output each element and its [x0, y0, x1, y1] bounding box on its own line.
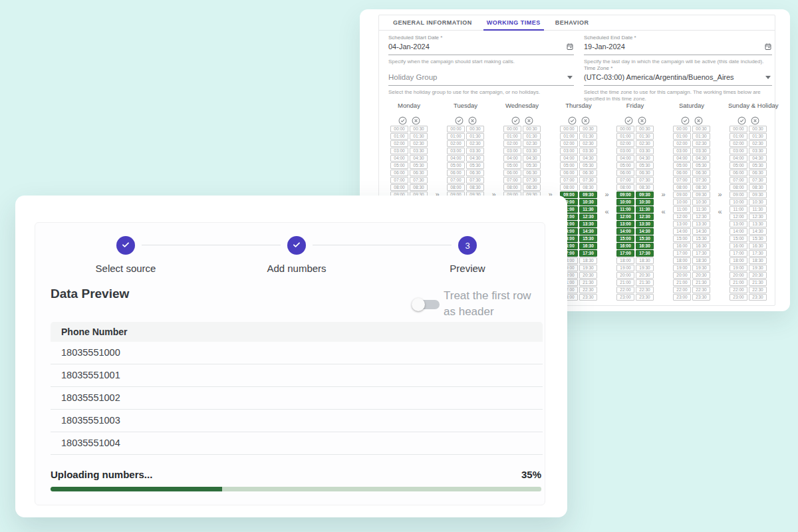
time-slot-cell[interactable]: 23:30: [692, 294, 710, 301]
time-slot-cell[interactable]: 11:30: [636, 206, 654, 213]
time-slot-cell[interactable]: 12:30: [579, 213, 597, 220]
time-slot-cell[interactable]: 00:00: [503, 126, 521, 132]
time-slot-cell[interactable]: 01:30: [692, 133, 710, 140]
time-slot-cell[interactable]: 20:00: [616, 272, 634, 279]
time-slot-cell[interactable]: 03:00: [616, 148, 634, 154]
time-slot-cell[interactable]: 15:30: [579, 235, 597, 242]
time-slot-cell[interactable]: 13:30: [749, 221, 767, 227]
time-slot-cell[interactable]: 03:30: [579, 148, 597, 154]
time-slot-cell[interactable]: 06:30: [579, 170, 597, 176]
time-slot-cell[interactable]: 19:30: [749, 265, 767, 271]
clear-day-icon[interactable]: [638, 116, 646, 125]
time-slot-cell[interactable]: 20:00: [673, 272, 691, 279]
time-slot-cell[interactable]: 01:30: [749, 133, 767, 140]
time-slot-cell[interactable]: 00:00: [730, 126, 747, 132]
time-slot-cell[interactable]: 08:00: [560, 184, 578, 191]
time-slot-cell[interactable]: 01:30: [636, 133, 654, 140]
time-slot-cell[interactable]: 23:30: [749, 294, 767, 301]
time-slot-cell[interactable]: 05:00: [616, 162, 634, 169]
time-slot-cell[interactable]: 22:00: [673, 287, 691, 293]
time-slot-cell[interactable]: 21:30: [636, 279, 654, 286]
time-slot-cell[interactable]: 03:30: [636, 148, 654, 154]
time-slot-cell[interactable]: 21:00: [616, 279, 634, 286]
time-slot-cell[interactable]: 02:30: [523, 140, 541, 147]
time-slot-cell[interactable]: 06:30: [749, 170, 767, 176]
time-slot-cell[interactable]: 02:00: [616, 140, 634, 147]
time-slot-cell[interactable]: 11:00: [616, 206, 634, 213]
time-slot-cell[interactable]: 20:30: [692, 272, 710, 279]
time-slot-cell[interactable]: 06:00: [447, 170, 465, 176]
time-slot-cell[interactable]: 13:00: [730, 221, 747, 227]
time-slot-cell[interactable]: 00:30: [410, 126, 428, 132]
time-slot-cell[interactable]: 14:00: [616, 228, 634, 235]
time-slot-cell[interactable]: 03:30: [692, 148, 710, 154]
time-slot-cell[interactable]: 01:00: [730, 133, 747, 140]
time-slot-cell[interactable]: 03:00: [447, 148, 465, 154]
time-slot-cell[interactable]: 21:30: [579, 279, 597, 286]
time-slot-cell[interactable]: 15:00: [673, 235, 691, 242]
time-slot-cell[interactable]: 04:00: [673, 155, 691, 162]
time-slot-cell[interactable]: 01:30: [579, 133, 597, 140]
time-slot-cell[interactable]: 02:00: [390, 140, 408, 147]
time-slot-cell[interactable]: 05:30: [636, 162, 654, 169]
time-slot-cell[interactable]: 22:30: [636, 287, 654, 293]
shift-right-paddle-icon[interactable]: »: [602, 190, 612, 198]
select-all-day-icon[interactable]: [737, 116, 746, 125]
step-circle-select-source[interactable]: [116, 236, 135, 255]
time-slot-cell[interactable]: 02:30: [636, 140, 654, 147]
time-slot-cell[interactable]: 15:30: [749, 235, 767, 242]
time-slot-cell[interactable]: 04:00: [616, 155, 634, 162]
time-slot-cell[interactable]: 08:30: [749, 184, 767, 191]
time-slot-cell[interactable]: 01:30: [410, 133, 428, 140]
time-slot-cell[interactable]: 11:30: [692, 206, 710, 213]
time-slot-cell[interactable]: 03:00: [560, 148, 578, 154]
time-slot-cell[interactable]: 13:00: [616, 221, 634, 227]
time-slot-cell[interactable]: 16:00: [730, 243, 747, 249]
time-slot-cell[interactable]: 06:00: [730, 170, 747, 176]
time-slot-cell[interactable]: 10:00: [616, 199, 634, 205]
time-slot-cell[interactable]: 16:30: [749, 243, 767, 249]
time-slot-cell[interactable]: 05:30: [692, 162, 710, 169]
time-slot-cell[interactable]: 12:30: [636, 213, 654, 220]
select-all-day-icon[interactable]: [455, 116, 464, 125]
time-slot-cell[interactable]: 12:30: [749, 213, 767, 220]
time-slot-cell[interactable]: 08:30: [466, 184, 484, 191]
time-slot-cell[interactable]: 06:00: [503, 170, 521, 176]
time-slot-cell[interactable]: 15:00: [730, 235, 747, 242]
time-slot-cell[interactable]: 07:30: [636, 177, 654, 184]
time-slot-cell[interactable]: 00:00: [447, 126, 465, 132]
time-slot-cell[interactable]: 18:00: [616, 257, 634, 264]
time-slot-cell[interactable]: 02:00: [560, 140, 578, 147]
time-slot-cell[interactable]: 19:00: [673, 265, 691, 271]
time-slot-cell[interactable]: 03:00: [503, 148, 521, 154]
time-slot-cell[interactable]: 09:00: [616, 192, 634, 198]
time-slot-cell[interactable]: 16:30: [579, 243, 597, 249]
time-slot-cell[interactable]: 13:30: [636, 221, 654, 227]
clear-day-icon[interactable]: [751, 116, 759, 125]
time-slot-cell[interactable]: 07:30: [466, 177, 484, 184]
time-slot-cell[interactable]: 23:30: [636, 294, 654, 301]
time-slot-cell[interactable]: 19:00: [730, 265, 747, 271]
time-slot-cell[interactable]: 06:00: [390, 170, 408, 176]
time-slot-cell[interactable]: 14:30: [579, 228, 597, 235]
time-slot-cell[interactable]: 05:00: [390, 162, 408, 169]
time-slot-cell[interactable]: 03:00: [673, 148, 691, 154]
time-slot-cell[interactable]: 06:00: [616, 170, 634, 176]
time-slot-cell[interactable]: 15:00: [616, 235, 634, 242]
time-slot-cell[interactable]: 06:00: [560, 170, 578, 176]
time-slot-cell[interactable]: 23:30: [579, 294, 597, 301]
time-slot-cell[interactable]: 18:30: [692, 257, 710, 264]
time-slot-cell[interactable]: 06:30: [636, 170, 654, 176]
time-slot-cell[interactable]: 12:00: [673, 213, 691, 220]
time-slot-cell[interactable]: 10:30: [749, 199, 767, 205]
time-slot-cell[interactable]: 01:30: [466, 133, 484, 140]
time-slot-cell[interactable]: 05:00: [560, 162, 578, 169]
time-slot-cell[interactable]: 05:30: [466, 162, 484, 169]
time-slot-cell[interactable]: 04:00: [447, 155, 465, 162]
time-slot-cell[interactable]: 03:00: [390, 148, 408, 154]
time-slot-cell[interactable]: 08:00: [616, 184, 634, 191]
clear-day-icon[interactable]: [525, 116, 533, 125]
shift-left-paddle-icon[interactable]: «: [715, 207, 726, 215]
clear-day-icon[interactable]: [468, 116, 477, 125]
shift-right-paddle-icon[interactable]: »: [658, 190, 669, 198]
